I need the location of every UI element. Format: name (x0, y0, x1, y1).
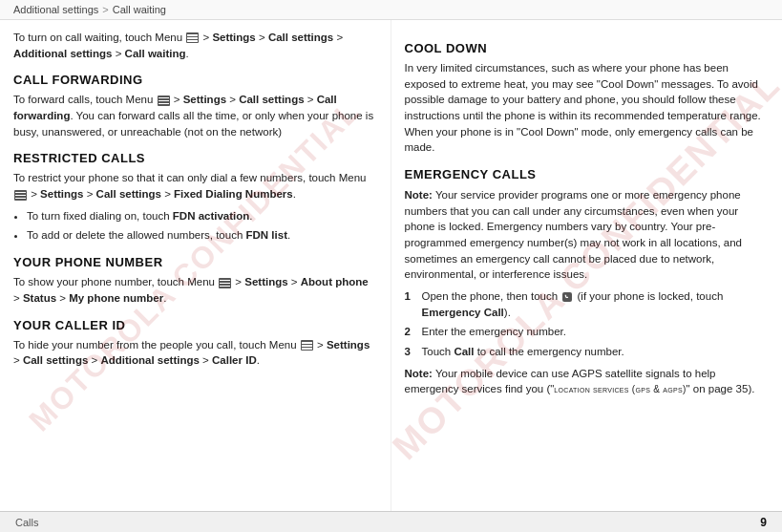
menu-icon-caller-id (301, 340, 313, 351)
right-column: MOTOROLA CONFIDENTIAL COOL DOWN In very … (391, 20, 783, 511)
bullet-fdn-activation: To turn fixed dialing on, touch FDN acti… (27, 208, 377, 224)
body-your-caller-id: To hide your number from the people you … (13, 337, 377, 369)
note-label-1: Note: (405, 189, 433, 201)
breadcrumb-sep-1: > (102, 4, 108, 15)
content-area: MOTOROLA CONFIDENTIAL To turn on call wa… (0, 20, 782, 511)
section-restricted-calls: RESTRICTED CALLS To restrict your phone … (13, 151, 377, 244)
bullet-fdn-list: To add or delete the allowed numbers, to… (27, 227, 377, 244)
footer-page-num: 9 (760, 516, 767, 529)
heading-your-caller-id: YOUR CALLER ID (13, 318, 377, 332)
heading-cool-down: COOL DOWN (405, 41, 770, 55)
breadcrumb-call-waiting: Call waiting (113, 4, 166, 15)
footer-calls-label: Calls (15, 517, 38, 528)
step-num-3: 3 (405, 344, 418, 360)
body-call-forwarding: To forward calls, touch Menu > Settings … (13, 92, 377, 139)
note-label-2: Note: (405, 368, 433, 379)
menu-icon-phone-number (219, 278, 231, 288)
breadcrumb: Additional settings > Call waiting (0, 0, 782, 20)
breadcrumb-additional-settings: Additional settings (13, 4, 98, 15)
body-restricted-calls: To restrict your phone so that it can on… (13, 170, 377, 202)
menu-icon-intro (186, 32, 199, 43)
step-text-2: Enter the emergency number. (422, 324, 567, 340)
body-cool-down: In very limited circumstances, such as w… (405, 60, 770, 156)
heading-your-phone-number: YOUR PHONE NUMBER (13, 255, 377, 269)
note-emergency-1: Note: Your service provider programs one… (405, 187, 770, 283)
step-num-2: 2 (405, 324, 418, 340)
step-2: 2 Enter the emergency number. (405, 324, 770, 340)
heading-restricted-calls: RESTRICTED CALLS (13, 151, 377, 165)
section-emergency-calls: EMERGENCY CALLS Note: Your service provi… (405, 167, 770, 397)
phone-icon (561, 291, 573, 303)
heading-emergency-calls: EMERGENCY CALLS (405, 167, 770, 181)
step-3: 3 Touch Call to call the emergency numbe… (405, 344, 770, 360)
section-cool-down: COOL DOWN In very limited circumstances,… (405, 41, 770, 156)
restricted-calls-bullets: To turn fixed dialing on, touch FDN acti… (27, 208, 377, 245)
body-your-phone-number: To show your phone number, touch Menu > … (13, 274, 377, 306)
page-container: Additional settings > Call waiting MOTOR… (0, 0, 782, 532)
step-text-1: Open the phone, then touch (if your phon… (422, 288, 770, 320)
step-1: 1 Open the phone, then touch (if your ph… (405, 288, 770, 320)
section-call-forwarding: CALL FORWARDING To forward calls, touch … (13, 73, 377, 139)
location-services-ref: location services (gps & agps) (554, 384, 686, 394)
section-your-caller-id: YOUR CALLER ID To hide your number from … (13, 318, 377, 369)
footer-bar: Calls 9 (0, 511, 782, 532)
note-emergency-2: Note: Your mobile device can use AGPS sa… (405, 366, 770, 397)
menu-icon-forwarding (158, 96, 170, 106)
intro-text: To turn on call waiting, touch Menu > Se… (13, 30, 377, 61)
menu-icon-restricted (14, 190, 27, 201)
left-column: MOTOROLA CONFIDENTIAL To turn on call wa… (0, 20, 391, 511)
emergency-steps: 1 Open the phone, then touch (if your ph… (405, 288, 770, 360)
section-your-phone-number: YOUR PHONE NUMBER To show your phone num… (13, 255, 377, 306)
step-text-3: Touch Call to call the emergency number. (422, 344, 624, 360)
heading-call-forwarding: CALL FORWARDING (13, 73, 377, 87)
step-num-1: 1 (405, 288, 418, 305)
